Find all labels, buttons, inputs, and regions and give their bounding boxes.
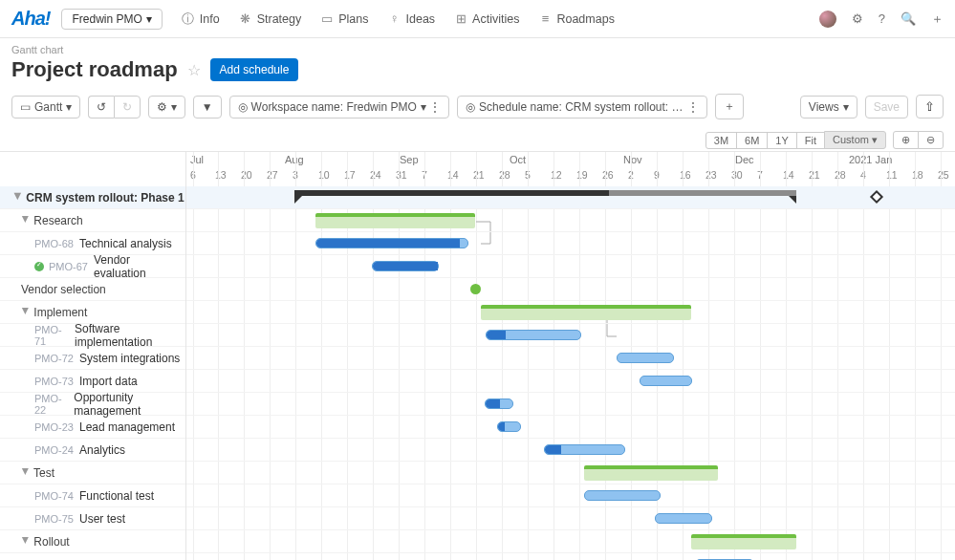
day-label: 17: [344, 169, 356, 181]
task-row[interactable]: PMO-22Opportunity management: [0, 393, 185, 416]
phase-row[interactable]: ▶ CRM system rollout: Phase 1: [0, 186, 185, 209]
milestone-circle[interactable]: [470, 284, 481, 294]
filter-button[interactable]: ▼: [193, 96, 222, 118]
zoom-custom[interactable]: Custom ▾: [824, 131, 886, 149]
plans-icon: ▭: [320, 12, 334, 26]
avatar[interactable]: [819, 11, 836, 28]
nav-plans[interactable]: ▭Plans: [320, 12, 368, 26]
nav-roadmaps[interactable]: ≡Roadmaps: [538, 12, 614, 26]
nav-activities[interactable]: ⊞Activities: [454, 12, 519, 26]
group-bar[interactable]: [481, 305, 691, 320]
nav-ideas[interactable]: ♀Ideas: [388, 12, 436, 26]
star-icon[interactable]: ☆: [187, 61, 201, 79]
task-bar[interactable]: [640, 376, 692, 386]
task-row[interactable]: PMO-73Import data: [0, 370, 185, 393]
group-row[interactable]: ▶ Implement: [0, 301, 185, 324]
task-name: Lead management: [79, 420, 175, 434]
add-icon[interactable]: ＋: [931, 11, 944, 28]
month-label: Nov: [623, 154, 642, 165]
phase-bar[interactable]: [294, 190, 796, 196]
gantt-row: [186, 347, 955, 370]
task-bar[interactable]: [486, 330, 581, 340]
redo-button[interactable]: ↻: [114, 96, 141, 118]
task-bar[interactable]: [655, 513, 712, 524]
add-filter-button[interactable]: ＋: [715, 94, 744, 119]
group-row[interactable]: ▶ Rollout: [0, 530, 185, 553]
zoom-6m[interactable]: 6M: [736, 132, 768, 149]
zoom-fit[interactable]: Fit: [796, 132, 825, 149]
roadmaps-icon: ≡: [538, 12, 552, 26]
month-label: Oct: [510, 154, 526, 165]
task-bar[interactable]: [485, 398, 513, 409]
add-schedule-button[interactable]: Add schedule: [210, 58, 299, 81]
task-name: Import data: [79, 375, 138, 388]
zoom-out-button[interactable]: ⊖: [918, 131, 944, 149]
month-label: Dec: [735, 154, 754, 165]
chevron-icon: ▶: [21, 468, 31, 478]
workspace-switcher[interactable]: Fredwin PMO ▾: [61, 9, 162, 30]
schedule-filter[interactable]: ◎ Schedule name: CRM system rollout: … ⋮: [457, 96, 706, 118]
task-bar[interactable]: [315, 238, 468, 248]
activities-icon: ⊞: [454, 12, 467, 26]
task-id: PMO-73: [34, 376, 74, 387]
chevron-icon: ▶: [21, 308, 31, 317]
task-row[interactable]: PMO-72System integrations: [0, 347, 185, 370]
workspace-filter[interactable]: ◎ Workspace name: Fredwin PMO ▾ ⋮: [229, 96, 450, 118]
task-row[interactable]: PMO-71Software implementation: [0, 324, 185, 347]
group-row[interactable]: ▶ Research: [0, 209, 185, 232]
task-row[interactable]: PMO-24Analytics: [0, 439, 185, 462]
search-icon[interactable]: 🔍: [901, 11, 916, 26]
time-header: JulAugSepOctNovDec2021 Jan 6132027310172…: [186, 152, 955, 186]
day-label: 20: [241, 169, 252, 181]
share-button[interactable]: ⇧: [916, 95, 944, 118]
day-label: 21: [809, 169, 820, 181]
task-bar[interactable]: [544, 444, 625, 455]
info-icon: ⓘ: [182, 12, 195, 26]
task-bar[interactable]: [497, 421, 521, 432]
target-icon: ◎: [238, 100, 248, 114]
task-bar[interactable]: [584, 490, 661, 501]
gantt-right-panel[interactable]: JulAugSepOctNovDec2021 Jan 6132027310172…: [186, 152, 955, 560]
group-row[interactable]: ▶ Test: [0, 462, 185, 485]
task-id: PMO-24: [34, 444, 74, 456]
phase-bar-row: [186, 186, 955, 209]
task-row[interactable]: PMO-76User training: [0, 553, 185, 560]
nav-strategy[interactable]: ❋Strategy: [239, 12, 302, 26]
task-bar[interactable]: [617, 353, 674, 363]
help-icon[interactable]: ?: [879, 11, 885, 26]
day-label: 10: [318, 169, 330, 181]
group-row[interactable]: Vendor selection: [0, 278, 185, 301]
task-name: System integrations: [79, 352, 180, 365]
gantt-left-panel: ▶ CRM system rollout: Phase 1 ▶ Research…: [0, 152, 186, 560]
task-row[interactable]: PMO-23Lead management: [0, 416, 185, 439]
task-row[interactable]: PMO-75User test: [0, 507, 185, 530]
top-nav: Aha! Fredwin PMO ▾ ⓘInfo ❋Strategy ▭Plan…: [0, 0, 955, 38]
phase-milestone[interactable]: [870, 190, 883, 204]
task-id: PMO-72: [34, 353, 74, 364]
undo-redo: ↺ ↻: [88, 96, 141, 118]
undo-button[interactable]: ↺: [88, 96, 114, 118]
save-button[interactable]: Save: [865, 96, 908, 118]
zoom-3m[interactable]: 3M: [705, 132, 737, 149]
task-id: PMO-67: [49, 261, 88, 272]
task-row[interactable]: PMO-67Vendor evaluation: [0, 255, 185, 278]
views-dropdown[interactable]: Views ▾: [800, 96, 857, 118]
settings-icon[interactable]: ⚙: [852, 11, 863, 26]
day-label: 30: [731, 169, 743, 181]
day-label: 21: [473, 169, 485, 181]
gantt-row: [186, 393, 955, 416]
group-bar[interactable]: [584, 465, 718, 481]
task-row[interactable]: PMO-68Technical analysis: [0, 232, 185, 255]
gantt-row: [186, 232, 955, 255]
nav-info[interactable]: ⓘInfo: [182, 12, 220, 26]
month-label: Sep: [400, 154, 419, 165]
task-row[interactable]: PMO-74Functional test: [0, 485, 185, 507]
zoom-in-button[interactable]: ⊕: [893, 131, 919, 149]
zoom-1y[interactable]: 1Y: [767, 132, 796, 149]
group-bar[interactable]: [691, 534, 796, 549]
group-bar[interactable]: [315, 213, 475, 228]
task-bar[interactable]: [372, 261, 439, 271]
gantt-row: [186, 462, 955, 485]
gantt-dropdown[interactable]: ▭ Gantt ▾: [11, 96, 80, 118]
settings-dropdown[interactable]: ⚙ ▾: [148, 96, 184, 118]
